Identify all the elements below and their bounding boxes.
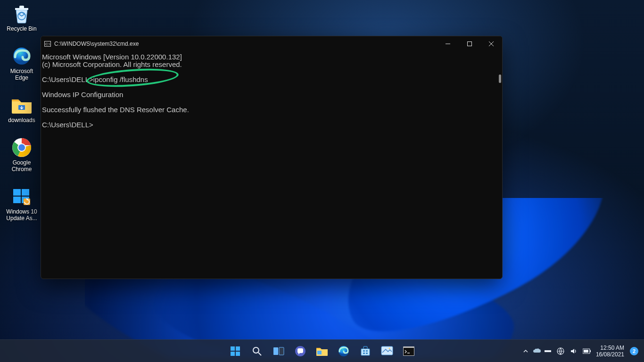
onedrive-icon[interactable]: [533, 340, 541, 362]
clock-time: 12:50 AM: [596, 345, 624, 351]
svg-rect-34: [545, 350, 551, 352]
svg-rect-26: [363, 350, 365, 352]
battery-line-icon[interactable]: [544, 340, 553, 362]
desktop[interactable]: Recycle Bin Microsoft Edge: [0, 0, 644, 362]
minimize-button[interactable]: [437, 36, 459, 51]
cmd-body[interactable]: Microsoft Windows [Version 10.0.22000.13…: [41, 51, 502, 279]
svg-rect-7: [22, 189, 29, 196]
svg-rect-38: [584, 350, 588, 353]
start-button[interactable]: [226, 342, 245, 361]
cmd-line: C:\Users\DELL>: [42, 121, 93, 129]
taskbar-clock[interactable]: 12:50 AM 16/08/2021: [595, 345, 627, 358]
svg-rect-29: [366, 353, 368, 354]
svg-rect-14: [468, 42, 472, 46]
cmd-line: C:\Users\DELL>ipconfig /flushdns: [42, 75, 148, 83]
edge-icon[interactable]: Microsoft Edge: [3, 45, 41, 81]
svg-rect-21: [279, 347, 284, 355]
recycle-bin-icon[interactable]: Recycle Bin: [3, 3, 41, 32]
cmd-title: C:\WINDOWS\system32\cmd.exe: [54, 41, 139, 47]
scrollbar-thumb[interactable]: [499, 74, 501, 83]
svg-rect-17: [231, 352, 235, 356]
folder-icon: [11, 94, 33, 116]
cmd-line: Microsoft Windows [Version 10.0.22000.13…: [42, 53, 182, 61]
svg-text:C:\: C:\: [45, 42, 50, 46]
windows-update-icon: [11, 186, 33, 207]
svg-rect-20: [273, 347, 278, 355]
svg-rect-33: [404, 348, 414, 355]
search-button[interactable]: [248, 342, 266, 361]
desktop-icons: Recycle Bin Microsoft Edge: [3, 3, 41, 222]
cmd-titlebar-icon: C:\: [41, 41, 54, 47]
recycle-bin-label: Recycle Bin: [7, 25, 36, 32]
chat-button[interactable]: [291, 342, 310, 361]
svg-rect-27: [366, 350, 368, 352]
system-tray: 12:50 AM 16/08/2021 2: [521, 340, 640, 362]
svg-rect-15: [231, 346, 235, 351]
snipping-tool-button[interactable]: [378, 342, 396, 361]
chrome-label: Google Chrome: [3, 159, 41, 173]
edge-button[interactable]: [334, 342, 353, 361]
downloads-label: downloads: [8, 117, 35, 123]
battery-icon[interactable]: [582, 340, 592, 362]
svg-rect-8: [13, 197, 21, 203]
clock-date: 16/08/2021: [596, 351, 624, 358]
trash-icon: [11, 3, 33, 25]
store-button[interactable]: [356, 342, 375, 361]
browser-edge-icon: [11, 45, 33, 67]
cmd-line: Windows IP Configuration: [42, 90, 123, 99]
taskbar: 12:50 AM 16/08/2021 2: [0, 339, 644, 362]
svg-rect-37: [590, 350, 591, 352]
downloads-folder-icon[interactable]: downloads: [3, 94, 41, 123]
svg-point-31: [389, 347, 390, 349]
cmd-taskbar-button[interactable]: [399, 342, 418, 361]
svg-point-19: [253, 347, 259, 353]
file-explorer-button[interactable]: [313, 342, 331, 361]
w10ua-label: Windows 10 Update As...: [3, 208, 41, 222]
taskbar-center: [226, 342, 418, 361]
svg-rect-23: [317, 351, 322, 354]
cmd-window[interactable]: C:\ C:\WINDOWS\system32\cmd.exe Microsof…: [41, 36, 503, 279]
taskview-button[interactable]: [269, 342, 288, 361]
cmd-line: Successfully flushed the DNS Resolver Ca…: [42, 106, 189, 114]
tray-chevron-icon[interactable]: [521, 340, 530, 362]
svg-rect-16: [236, 346, 240, 351]
edge-label: Microsoft Edge: [3, 68, 41, 81]
cmd-scrollbar[interactable]: [498, 52, 502, 274]
browser-chrome-icon: [11, 137, 33, 158]
svg-rect-25: [361, 349, 370, 355]
maximize-button[interactable]: [459, 36, 480, 51]
svg-rect-6: [13, 189, 21, 196]
notification-badge[interactable]: 2: [630, 347, 638, 355]
network-icon[interactable]: [555, 340, 566, 362]
cmd-titlebar[interactable]: C:\ C:\WINDOWS\system32\cmd.exe: [41, 36, 502, 51]
chrome-icon[interactable]: Google Chrome: [3, 137, 41, 173]
cmd-line: (c) Microsoft Corporation. All rights re…: [42, 60, 182, 68]
svg-rect-18: [236, 352, 240, 356]
svg-rect-28: [363, 353, 365, 354]
svg-point-5: [18, 144, 25, 151]
volume-icon[interactable]: [569, 340, 579, 362]
close-button[interactable]: [480, 36, 502, 51]
win10-update-assistant-icon[interactable]: Windows 10 Update As...: [3, 186, 41, 222]
